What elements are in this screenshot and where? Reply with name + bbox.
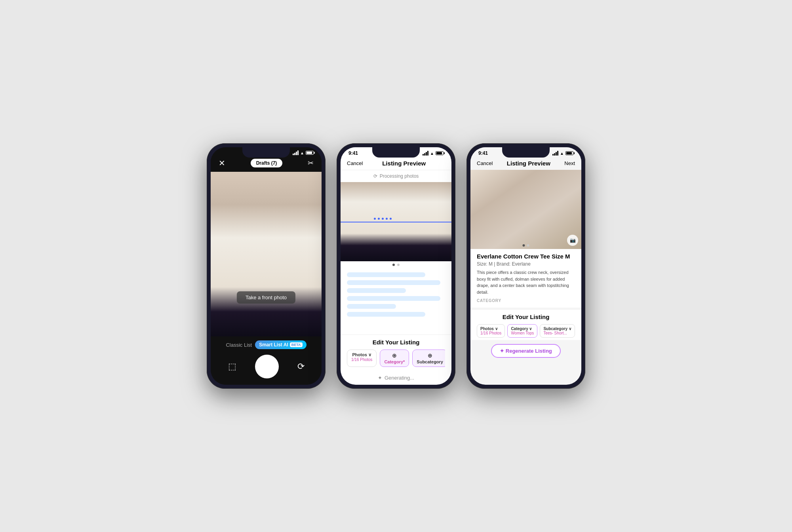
signal-bar	[426, 152, 427, 156]
phone-1: ▲ ✕ Drafts (7) ✂ Take a front photo	[207, 143, 326, 389]
signal-bar	[423, 154, 424, 156]
smart-list-badge[interactable]: Smart List AI BETA	[255, 340, 306, 349]
subcategory-tab-3[interactable]: Subcategory ∨ Tees- Short...	[540, 324, 575, 338]
processing-bar: ⟳ Processing photos	[341, 170, 451, 182]
category-label: CATEGORY	[477, 298, 575, 303]
listing-preview-title-2: Listing Preview	[382, 160, 426, 167]
listing-title: Everlane Cotton Crew Tee Size M	[477, 253, 575, 260]
skeleton-line	[347, 296, 440, 301]
next-button-3[interactable]: Next	[564, 160, 575, 166]
scan-dot	[390, 218, 392, 220]
smart-list-label: Smart List AI	[259, 342, 288, 348]
camera-photo	[211, 172, 322, 336]
image-preview-area	[341, 182, 451, 261]
drafts-badge[interactable]: Drafts (7)	[251, 159, 283, 167]
signal-bar	[557, 151, 558, 156]
category-tab-label: Category*	[384, 359, 405, 364]
image-page-dots	[523, 244, 529, 247]
phones-container: ▲ ✕ Drafts (7) ✂ Take a front photo	[207, 143, 585, 389]
cancel-button-2[interactable]: Cancel	[347, 160, 363, 166]
camera-bottom: Classic List Smart List AI BETA ⬚ ⟳	[211, 336, 322, 385]
scan-dot	[378, 218, 380, 220]
notch-3	[502, 147, 550, 158]
notch-1	[242, 147, 290, 158]
signal-bar	[552, 154, 554, 156]
regenerate-button-wrap: ✦ Regenerate Listing	[470, 340, 581, 362]
signal-bar	[293, 154, 294, 155]
page-dot	[397, 264, 400, 266]
cancel-button-3[interactable]: Cancel	[477, 160, 493, 166]
generating-label: Generating...	[385, 375, 414, 381]
beta-tag: BETA	[290, 342, 303, 347]
subcategory-tab-label: Subcategory	[417, 359, 443, 364]
wifi-icon-2: ▲	[430, 151, 434, 156]
status-icons-1: ▲	[293, 150, 314, 155]
phone-3: 9:41 ▲ Can	[466, 143, 585, 389]
skeleton-loading	[341, 268, 451, 334]
regenerate-button[interactable]: ✦ Regenerate Listing	[491, 344, 561, 358]
processing-label: Processing photos	[380, 173, 419, 179]
scan-dot	[382, 218, 384, 220]
battery-icon-3	[565, 151, 573, 155]
camera-top-bar: ✕ Drafts (7) ✂	[211, 157, 322, 172]
scan-dot	[386, 218, 388, 220]
category-tab-3[interactable]: Category ∨ Women Tops	[507, 324, 537, 338]
shutter-button[interactable]	[255, 355, 279, 378]
battery-icon-1	[306, 151, 314, 155]
phone-2: 9:41 ▲ Can	[337, 143, 455, 389]
signal-bars-3	[552, 151, 558, 156]
page-dots-2	[341, 261, 451, 268]
nav-bar-3: Cancel Listing Preview Next	[470, 158, 581, 170]
signal-bars-1	[293, 150, 299, 155]
shutter-inner	[258, 357, 276, 376]
status-time-3: 9:41	[478, 150, 488, 156]
listing-done-screen: 9:41 ▲ Can	[470, 147, 581, 385]
listing-preview-title-3: Listing Preview	[507, 160, 550, 167]
edit-listing-section-3: Edit Your Listing Photos ∨ 1/16 Photos C…	[470, 309, 581, 340]
classic-list-label[interactable]: Classic List	[226, 342, 252, 348]
wifi-icon-3: ▲	[560, 151, 564, 156]
product-image-area: 📷	[470, 170, 581, 249]
signal-bar	[296, 152, 297, 155]
wifi-icon-1: ▲	[300, 151, 304, 155]
subcategory-tab-2[interactable]: ⊕ Subcategory	[412, 350, 445, 367]
signal-bar	[297, 150, 299, 155]
listing-info: Everlane Cotton Crew Tee Size M Size: M …	[470, 249, 581, 308]
photos-tab3-label: Photos ∨	[480, 327, 501, 331]
signal-bar	[554, 153, 555, 156]
nav-bar-2: Cancel Listing Preview	[341, 158, 451, 170]
status-icons-2: ▲	[423, 151, 444, 156]
take-photo-label: Take a front photo	[237, 291, 295, 304]
skeleton-line	[347, 272, 425, 277]
close-button[interactable]: ✕	[219, 158, 225, 168]
camera-viewfinder: Take a front photo	[211, 172, 322, 336]
category-tab-icon: ⊕	[392, 352, 397, 359]
edit-listing-section-2: Edit Your Listing Photos ∨ 1/16 Photos ⊕…	[341, 334, 451, 371]
listing-type-toggle: Classic List Smart List AI BETA	[219, 340, 314, 349]
photos-tab-value: 1/16 Photos	[351, 357, 372, 362]
scan-line	[341, 222, 451, 222]
category-tab3-label: Category ∨	[511, 327, 534, 331]
edit-tabs-2: Photos ∨ 1/16 Photos ⊕ Category* ⊕ Subca…	[347, 350, 445, 369]
skeleton-line	[347, 304, 396, 309]
gallery-button[interactable]: ⬚	[228, 361, 236, 372]
image-dot-1	[523, 244, 525, 247]
scissors-button[interactable]: ✂	[308, 159, 314, 167]
photos-tab3-value: 1/16 Photos	[480, 331, 501, 335]
edit-listing-title-2: Edit Your Listing	[347, 339, 445, 346]
battery-icon-2	[436, 151, 444, 155]
category-tab-2[interactable]: ⊕ Category*	[380, 350, 409, 367]
signal-bar	[294, 153, 295, 155]
status-time-2: 9:41	[348, 150, 358, 156]
signal-bar	[427, 151, 428, 156]
generating-bar: ✦ Generating...	[341, 371, 451, 385]
sparkle-icon: ✦	[378, 375, 382, 381]
photos-tab-2[interactable]: Photos ∨ 1/16 Photos	[347, 350, 377, 367]
photos-tab-3[interactable]: Photos ∨ 1/16 Photos	[477, 324, 505, 338]
flip-camera-button[interactable]: ⟳	[297, 361, 305, 372]
signal-bar	[556, 152, 557, 156]
signal-bar	[424, 153, 425, 156]
page-dot-active	[392, 264, 395, 266]
camera-corner-button[interactable]: 📷	[567, 235, 578, 246]
skeleton-line	[347, 312, 425, 317]
